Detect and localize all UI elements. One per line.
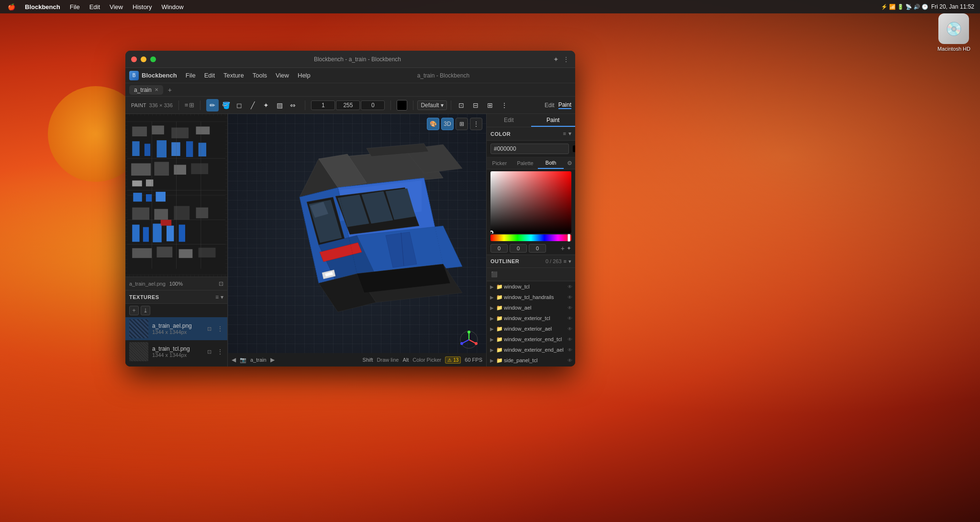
toolbar-value2-input[interactable] [336, 100, 360, 110]
outliner-vis-ext-ael[interactable]: 👁 [567, 325, 573, 332]
color-eyedropper-button[interactable]: ✦ [567, 245, 571, 252]
outliner-item-window-exterior-end-tcl[interactable]: ▶ 📁 window_exterior_end_tcl 👁 [487, 334, 575, 344]
toolbar-default-dropdown[interactable]: Default ▾ [417, 100, 447, 110]
menubar-history[interactable]: History [129, 2, 156, 11]
outliner-item-window-tcl[interactable]: ▶ 📁 window_tcl 👁 [487, 281, 575, 292]
texture-item-ael[interactable]: a_train_ael.png 1344 x 1344px ⊡ ⋮ [125, 317, 227, 340]
color-g-input[interactable] [510, 244, 527, 253]
menu-edit[interactable]: Edit [200, 70, 219, 80]
texture-item-tcl[interactable]: a_train_tcl.png 1344 x 1344px ⊡ ⋮ [125, 340, 227, 363]
toolbar-color-swatch[interactable] [397, 100, 407, 111]
outliner-item-window-exterior-ael[interactable]: ▶ 📁 window_exterior_ael 👁 [487, 323, 575, 334]
outliner-vis-ext-tcl[interactable]: 👁 [567, 315, 573, 322]
window-minimize-button[interactable] [141, 56, 146, 62]
texture-add-button[interactable]: + [129, 306, 139, 315]
viewport-prev-button[interactable]: ◀ [232, 356, 236, 363]
toolbar-gradient-button[interactable]: ▨ [273, 99, 286, 111]
toolbar-edit-tab[interactable]: Edit [545, 102, 555, 109]
texture-import-button[interactable]: ⤓ [141, 306, 150, 315]
outliner-item-side-panel-tcl-translucent[interactable]: ▶ 📁 side_panel_tcl_translucent 👁 [487, 366, 575, 367]
outliner-vis-window-tcl[interactable]: 👁 [567, 283, 573, 290]
outliner-vis-window-ael[interactable]: 👁 [567, 304, 573, 311]
menubar-file[interactable]: File [66, 2, 84, 11]
outliner-item-window-tcl-handrails[interactable]: ▶ 📁 window_tcl_handrails 👁 [487, 292, 575, 302]
color-menu-icon[interactable]: ≡ [563, 131, 567, 137]
color-picker-gradient[interactable] [490, 171, 571, 233]
viewport-btn-more[interactable]: ⋮ [470, 118, 482, 130]
outliner-vis-end-ael[interactable]: 👁 [567, 346, 573, 353]
outliner-item-window-ael[interactable]: ▶ 📁 window_ael 👁 [487, 302, 575, 313]
window-close-button[interactable] [131, 56, 137, 62]
menubar-edit[interactable]: Edit [86, 2, 104, 11]
menubar-blockbench[interactable]: Blockbench [21, 2, 64, 11]
desktop-icon-macintosh-hd[interactable]: 💿 Macintosh HD [937, 13, 970, 52]
tab-add-button[interactable]: + [165, 85, 175, 95]
outliner-folder-side-tcl: 📁 [496, 357, 503, 364]
toolbar-value1-input[interactable] [311, 100, 335, 110]
texture-more-ael[interactable]: ⋮ [217, 325, 223, 333]
menu-tools[interactable]: Tools [249, 70, 271, 80]
svg-rect-18 [146, 179, 153, 186]
toolbar-erase-button[interactable]: ◻ [233, 99, 245, 111]
outliner-item-window-exterior-end-ael[interactable]: ▶ 📁 window_exterior_end_ael 👁 [487, 344, 575, 355]
color-hex-input[interactable] [490, 144, 569, 154]
viewport-btn-paint[interactable]: 🎨 [427, 118, 439, 130]
color-chevron-icon[interactable]: ▾ [568, 131, 572, 137]
tab-close-button[interactable]: ✕ [155, 87, 158, 92]
menu-view[interactable]: View [272, 70, 293, 80]
toolbar-more-btn[interactable]: ⋮ [498, 99, 511, 111]
svg-rect-12 [199, 143, 206, 156]
apple-menu[interactable]: 🍎 [4, 2, 19, 11]
outliner-list[interactable]: ▶ 📁 window_tcl 👁 ▶ 📁 window_tcl_handrail… [487, 281, 575, 367]
toolbar-line-button[interactable]: ╱ [246, 99, 259, 111]
toolbar-colorpicker-button[interactable]: ✦ [260, 99, 272, 111]
tab-a-train[interactable]: a_train ✕ [129, 85, 163, 95]
menubar-view[interactable]: View [106, 2, 127, 11]
viewport-btn-3d[interactable]: 3D [441, 118, 454, 130]
menu-file[interactable]: File [182, 70, 200, 80]
color-tab-palette[interactable]: Palette [512, 157, 538, 169]
textures-menu-icon[interactable]: ≡ [215, 294, 219, 300]
uv-canvas[interactable] [125, 114, 227, 277]
toolbar-paint-tab[interactable]: Paint [558, 101, 571, 109]
window-pin-button[interactable]: ✦ [553, 56, 559, 63]
viewport-next-button[interactable]: ▶ [270, 356, 275, 363]
outliner-vis-end-tcl[interactable]: 👁 [567, 336, 573, 343]
right-tab-edit[interactable]: Edit [487, 114, 531, 127]
toolbar-pencil-button[interactable]: ✏ [206, 99, 219, 111]
color-tab-picker[interactable]: Picker [487, 157, 512, 169]
color-b-input[interactable] [529, 244, 546, 253]
color-r-input[interactable] [490, 244, 508, 253]
outliner-vis-side-tcl[interactable]: 👁 [567, 357, 573, 364]
color-tab-both[interactable]: Both [538, 157, 564, 169]
outliner-vis-handrails[interactable]: 👁 [567, 294, 573, 300]
viewport-btn-grid[interactable]: ⊞ [456, 118, 468, 130]
outliner-item-side-panel-tcl[interactable]: ▶ 📁 side_panel_tcl 👁 [487, 355, 575, 366]
uv-save-icon[interactable]: ⊡ [219, 280, 223, 287]
texture-save-tcl[interactable]: ⊡ [205, 348, 213, 355]
textures-chevron-icon[interactable]: ▾ [221, 294, 223, 300]
color-add-button[interactable]: + [561, 244, 565, 252]
toolbar-flipx-button[interactable]: ⇔ [287, 99, 299, 111]
menubar-window[interactable]: Window [157, 2, 187, 11]
toolbar-fill-button[interactable]: 🪣 [220, 99, 232, 111]
color-hue-slider[interactable] [490, 234, 571, 241]
toolbar-view-btn2[interactable]: ⊟ [469, 99, 482, 111]
texture-save-ael[interactable]: ⊡ [205, 325, 213, 333]
texture-more-tcl[interactable]: ⋮ [217, 348, 223, 355]
right-tab-paint[interactable]: Paint [531, 114, 576, 127]
tab-bar: a_train ✕ + [125, 83, 575, 97]
toolbar-view-btn1[interactable]: ⊡ [455, 99, 468, 111]
outliner-chevron-icon[interactable]: ▾ [568, 258, 571, 265]
toolbar-view-btn3[interactable]: ⊞ [484, 99, 496, 111]
window-maximize-button[interactable] [150, 56, 156, 62]
outliner-menu-icon[interactable]: ≡ [564, 258, 567, 264]
toolbar-value3-input[interactable] [361, 100, 385, 110]
swatch-black[interactable] [573, 145, 575, 152]
viewport[interactable]: 🎨 3D ⊞ ⋮ [228, 114, 486, 367]
menu-texture[interactable]: Texture [220, 70, 248, 80]
menu-help[interactable]: Help [294, 70, 314, 80]
outliner-item-window-exterior-tcl[interactable]: ▶ 📁 window_exterior_tcl 👁 [487, 313, 575, 323]
color-settings-icon[interactable]: ⚙ [564, 157, 575, 169]
window-menu-button[interactable]: ⋮ [563, 56, 569, 63]
